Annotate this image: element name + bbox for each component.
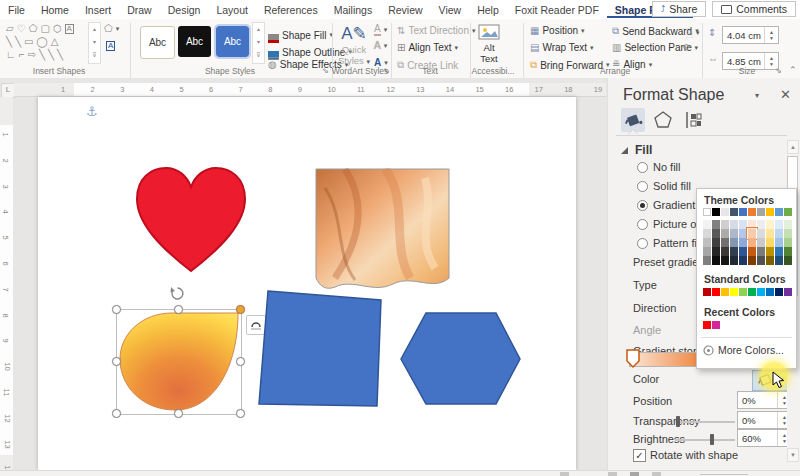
theme-variant-swatch[interactable] (775, 238, 783, 247)
vertical-ruler[interactable]: 1234567891011121314 (0, 97, 13, 470)
theme-variant-swatch[interactable] (721, 238, 729, 247)
radio-no-fill[interactable] (637, 162, 648, 173)
brightness-slider[interactable] (675, 439, 735, 441)
hexagon-shape[interactable] (399, 311, 522, 406)
theme-variant-swatch[interactable] (730, 247, 738, 256)
theme-variant-swatch[interactable] (739, 220, 747, 229)
theme-variant-swatch[interactable] (784, 247, 792, 256)
shape-gallery-item[interactable]: ⇨ (28, 49, 36, 60)
quick-styles-button[interactable]: A✎ Quick Styles ▾ (338, 23, 370, 66)
tab-insert[interactable]: Insert (77, 2, 119, 18)
radio-label-solid-fill[interactable]: Solid fill (653, 180, 691, 192)
tab-references[interactable]: References (256, 2, 326, 18)
theme-variant-swatch[interactable] (748, 256, 756, 265)
theme-variant-swatch[interactable] (712, 229, 720, 238)
resize-handle-e[interactable] (236, 357, 245, 366)
theme-variant-swatch[interactable] (739, 238, 747, 247)
print-layout-icon[interactable] (630, 472, 639, 476)
theme-variant-swatch[interactable] (748, 247, 756, 256)
standard-swatch[interactable] (739, 288, 747, 296)
radio-pattern-fill[interactable] (637, 238, 648, 249)
theme-variant-swatch[interactable] (712, 256, 720, 265)
standard-swatch[interactable] (712, 288, 720, 296)
standard-swatch[interactable] (730, 288, 738, 296)
shape-gallery-item[interactable]: ◯ (37, 36, 48, 47)
shape-gallery-item[interactable]: ╲ (57, 49, 63, 60)
theme-variant-swatch[interactable] (766, 247, 774, 256)
tab-home[interactable]: Home (33, 2, 77, 18)
canyon-picture[interactable] (315, 168, 451, 295)
position-spinner[interactable]: 0% ▲▼ (737, 391, 792, 409)
theme-variant-swatch[interactable] (757, 229, 765, 238)
standard-swatch[interactable] (757, 288, 765, 296)
theme-variant-swatch[interactable] (784, 238, 792, 247)
theme-swatch[interactable] (757, 208, 765, 216)
gradient-stop-marker[interactable] (625, 348, 641, 369)
shape-styles-scroll[interactable]: ▴▾⊽ (252, 22, 265, 64)
theme-swatch[interactable] (703, 208, 711, 216)
heart-shape[interactable] (130, 161, 253, 279)
resize-handle-se[interactable] (236, 409, 245, 418)
fill-expand-icon[interactable] (621, 147, 628, 154)
resize-handle-w[interactable] (112, 357, 121, 366)
theme-variant-swatch[interactable] (721, 220, 729, 229)
theme-variant-swatch[interactable] (703, 229, 711, 238)
tab-help[interactable]: Help (469, 2, 507, 18)
shape-gallery-item[interactable]: ⬠ (29, 23, 38, 34)
brightness-spinner[interactable]: 60% ▲▼ (737, 429, 792, 447)
theme-variant-swatch[interactable] (730, 220, 738, 229)
shape-gallery-item[interactable]: ▱ (6, 23, 14, 34)
tab-effects[interactable] (653, 110, 673, 132)
theme-variant-swatch[interactable] (757, 220, 765, 229)
shape-gallery-item[interactable]: △ (51, 36, 59, 47)
theme-swatch[interactable] (775, 208, 783, 216)
read-mode-icon[interactable] (608, 472, 617, 476)
share-button[interactable]: ⤴ Share (652, 1, 707, 17)
scroll-up-arrow[interactable]: ▲ (787, 140, 799, 154)
theme-variant-swatch[interactable] (748, 238, 756, 247)
theme-variant-swatch[interactable] (721, 229, 729, 238)
shape-height-steppers[interactable]: ▲▼ (764, 27, 778, 43)
theme-variant-swatch[interactable] (703, 238, 711, 247)
shape-gallery-scroll[interactable]: ▴▾⊽ (88, 22, 101, 64)
shape-gallery-item[interactable]: ∟ (6, 49, 16, 60)
focus-mode-icon[interactable] (560, 472, 569, 476)
shape-gallery-item[interactable]: ⌐ (19, 49, 25, 60)
transparency-spinner[interactable]: 0% ▲▼ (737, 411, 792, 429)
theme-variant-swatch[interactable] (757, 247, 765, 256)
tab-layout-properties[interactable] (683, 110, 703, 132)
theme-variant-swatch[interactable] (703, 247, 711, 256)
horizontal-ruler[interactable]: 12345678910111213141516171819 (14, 83, 606, 97)
blue-freeform-shape[interactable] (255, 287, 385, 410)
theme-variant-swatch[interactable] (739, 256, 747, 265)
standard-swatch[interactable] (748, 288, 756, 296)
panel-menu-caret[interactable]: ▾ (755, 91, 759, 100)
theme-swatch[interactable] (766, 208, 774, 216)
shape-gallery-item[interactable]: ⬡ (53, 23, 62, 34)
rotate-with-shape-checkbox[interactable]: ✓ (633, 449, 646, 462)
radio-gradient-fill[interactable] (637, 200, 648, 211)
theme-swatch[interactable] (712, 208, 720, 216)
shape-gallery-item[interactable]: ♡ (17, 23, 26, 34)
adjust-handle[interactable] (236, 305, 245, 314)
theme-swatch[interactable] (748, 208, 756, 216)
shape-height-field[interactable]: 4.04 cm ▲▼ (722, 26, 779, 44)
theme-variant-swatch[interactable] (775, 220, 783, 229)
theme-variant-swatch[interactable] (703, 220, 711, 229)
tab-foxit-reader-pdf[interactable]: Foxit Reader PDF (507, 2, 607, 18)
theme-variant-swatch[interactable] (766, 238, 774, 247)
comments-button[interactable]: Comments (712, 1, 796, 17)
zoom-slider[interactable] (700, 474, 748, 475)
standard-swatch[interactable] (703, 288, 711, 296)
radio-solid-fill[interactable] (637, 181, 648, 192)
theme-variant-swatch[interactable] (712, 238, 720, 247)
selection-pane-button[interactable]: ▥ Selection Pane (612, 42, 692, 53)
shape-gallery-item[interactable]: ▢ (40, 23, 49, 34)
rotate-objects-button[interactable]: ⟳▾ (683, 42, 698, 53)
shape-style-white[interactable]: Abc (140, 26, 175, 59)
align-text-button[interactable]: ⊞ Align Text▾ (397, 42, 458, 53)
theme-variant-swatch[interactable] (784, 256, 792, 265)
standard-swatch[interactable] (775, 288, 783, 296)
theme-swatch[interactable] (730, 208, 738, 216)
resize-handle-sw[interactable] (112, 409, 121, 418)
